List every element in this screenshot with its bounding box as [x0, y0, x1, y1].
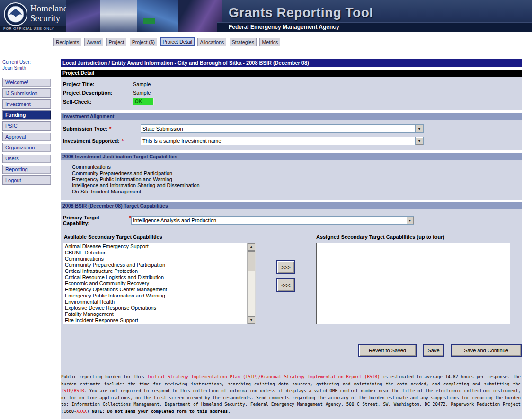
available-option[interactable]: Fatality Management — [63, 311, 247, 317]
sidebar-item-welcome[interactable]: Welcome! — [2, 78, 51, 87]
scrollbar-thumb[interactable] — [248, 251, 255, 271]
available-capabilities-options: Animal Disease Emergency Support CBRNE D… — [63, 244, 247, 324]
header-photo-collage — [66, 0, 222, 32]
investment-supported-select[interactable]: This is a sample investment name ▼ — [141, 137, 424, 145]
dual-list-area: Animal Disease Emergency Support CBRNE D… — [61, 242, 522, 324]
tab-allocations[interactable]: Allocations — [197, 38, 226, 46]
save-button[interactable]: Save — [423, 344, 444, 357]
fouo-label: FOR OFFICIAL USE ONLY — [3, 26, 54, 31]
sidebar-item-funding[interactable]: Funding — [2, 110, 51, 120]
available-option[interactable]: Emergency Public Information and Warning — [63, 293, 247, 299]
form-action-buttons: Revert to Saved Save Save and Continue — [61, 324, 522, 357]
sidebar-item-logout[interactable]: Logout — [2, 175, 51, 185]
scrollbar-down-icon[interactable]: ▼ — [248, 316, 255, 324]
sidebar-item-ij-submission[interactable]: IJ Submission — [2, 88, 51, 98]
available-option[interactable]: CBRNE Detection — [63, 250, 247, 256]
tab-metrics[interactable]: Metrics — [259, 38, 280, 46]
tab-recipients[interactable]: Recipients — [53, 38, 81, 46]
investment-alignment-panel: Submission Type: * State Submission ▼ In… — [61, 120, 522, 150]
investment-supported-label: Investment Supported: — [63, 138, 120, 144]
omb-number-redacted: XXXX — [77, 409, 87, 414]
do-not-send-note: NOTE: Do not send your completed form to… — [92, 409, 231, 414]
page-title-bar: Local Jurisdiction / Entity Award Inform… — [61, 59, 522, 67]
investment-alignment-header: Investment Alignment — [61, 113, 522, 120]
self-check-row: Self-Check: OK — [61, 97, 522, 106]
scrollbar-up-icon[interactable]: ▲ — [248, 243, 255, 251]
available-option[interactable]: Fire Incident Response Support — [63, 317, 247, 323]
save-and-continue-button[interactable]: Save and Continue — [451, 344, 522, 357]
submission-type-row: Submission Type: * State Submission ▼ — [61, 123, 522, 134]
investment-alignment-section: Investment Alignment Submission Type: * … — [61, 113, 522, 150]
tab-award[interactable]: Award — [84, 38, 103, 46]
investment-supported-value: This is a sample investment name — [141, 137, 415, 145]
submission-type-select[interactable]: State Submission ▼ — [141, 124, 424, 133]
dropdown-arrow-icon[interactable]: ▼ — [406, 217, 414, 224]
agency-name-line2: Security — [30, 13, 68, 23]
isip-bsir-link[interactable]: Initial Strategy Implementation Plan (IS… — [147, 375, 380, 379]
sidebar-item-approval[interactable]: Approval — [2, 132, 51, 141]
app-title: Grants Reporting Tool — [229, 5, 373, 20]
sidebar-item-psic[interactable]: PSIC — [2, 121, 51, 131]
sidebar: Current User: Jean Smith Welcome! IJ Sub… — [2, 60, 51, 186]
project-description-label: Project Description: — [63, 90, 133, 96]
available-option[interactable]: Explosive Device Response Operations — [63, 305, 247, 311]
ij-capability-item: Intelligence and Information Sharing and… — [72, 183, 522, 189]
available-option[interactable]: Animal Disease Emergency Support — [63, 244, 247, 250]
tab-project-dollars[interactable]: Project ($) — [130, 38, 157, 46]
app-subtitle-bar: Federal Emergency Management Agency — [217, 22, 532, 32]
project-title-label: Project Title: — [63, 81, 133, 87]
sidebar-item-users[interactable]: Users — [2, 154, 51, 163]
transfer-buttons: >>> <<< — [256, 243, 316, 324]
required-marker: * — [122, 138, 124, 144]
ij-target-capabilities-header: 2008 Investment Justification Target Cap… — [61, 153, 522, 160]
move-right-button[interactable]: >>> — [276, 260, 295, 274]
available-option[interactable]: Critical Resource Logistics and Distribu… — [63, 274, 247, 280]
available-option[interactable]: Emergency Operations Center Management — [63, 287, 247, 293]
revert-to-saved-button[interactable]: Revert to Saved — [358, 344, 417, 357]
tab-strategies[interactable]: Strategies — [230, 38, 257, 46]
project-description-value: Sample — [133, 90, 151, 96]
current-user: Current User: Jean Smith — [2, 60, 51, 71]
bsir-target-capabilities-section: 2008 BSIR (December 08) Target Capabilit… — [61, 202, 522, 419]
primary-capability-row: Primary Target Capability: * Intelligenc… — [61, 214, 522, 227]
sidebar-item-organization[interactable]: Organization — [2, 143, 51, 152]
agency-name-line1: Homeland — [30, 3, 68, 13]
assigned-capabilities-listbox[interactable] — [316, 243, 510, 324]
tab-project[interactable]: Project — [106, 38, 127, 46]
collage-photo-3 — [137, 0, 178, 32]
current-user-label: Current User: — [2, 60, 51, 65]
dropdown-arrow-icon[interactable]: ▼ — [415, 137, 423, 145]
sidebar-item-reporting[interactable]: Reporting — [2, 165, 51, 174]
available-option[interactable]: Communications — [63, 256, 247, 262]
available-option[interactable]: Economic and Community Recovery — [63, 280, 247, 287]
collage-photo-2 — [100, 0, 137, 32]
primary-capability-select[interactable]: Intelligence Analysis and Production ▼ — [131, 216, 414, 225]
available-option[interactable]: Environmental Health — [63, 299, 247, 305]
submission-type-value: State Submission — [141, 125, 415, 132]
available-option[interactable]: Community Preparedness and Participation — [63, 262, 247, 268]
agency-name: Homeland Security — [30, 3, 68, 23]
burden-text-4: ) — [87, 409, 92, 414]
move-left-button[interactable]: <<< — [276, 278, 295, 292]
investment-supported-row: Investment Supported: * This is a sample… — [61, 136, 522, 146]
tab-project-detail[interactable]: Project Detail — [160, 37, 195, 46]
collage-photo-1 — [66, 0, 100, 32]
isip-bsir-link-2[interactable]: ISIP/BSIR — [61, 388, 84, 393]
available-option[interactable]: Critical Infrastructure Protection — [63, 268, 247, 274]
burden-text-1: Public reporting burden for this — [61, 375, 147, 379]
current-user-name: Jean Smith — [2, 65, 51, 71]
available-capabilities-listbox[interactable]: Animal Disease Emergency Support CBRNE D… — [63, 243, 256, 324]
listbox-scrollbar[interactable]: ▲ ▼ — [247, 243, 255, 324]
primary-capability-label: Primary Target Capability: — [63, 215, 127, 226]
ij-target-capabilities-section: 2008 Investment Justification Target Cap… — [61, 153, 522, 200]
dropdown-arrow-icon[interactable]: ▼ — [415, 125, 423, 132]
app-header: Homeland Security FOR OFFICIAL USE ONLY … — [0, 0, 532, 32]
submission-type-label: Submission Type: — [63, 126, 107, 131]
sidebar-item-investment[interactable]: Investment — [2, 99, 51, 109]
ij-target-capabilities-list: Communications Community Preparedness an… — [61, 160, 522, 200]
ij-capability-item: Community Preparedness and Participation — [72, 170, 522, 176]
ij-capability-item: On-Site Incident Management — [72, 189, 522, 195]
available-capabilities-header: Available Secondary Target Capabilities — [64, 234, 316, 240]
paperwork-burden-notice: Public reporting burden for this Initial… — [61, 374, 522, 415]
main-content: Local Jurisdiction / Entity Award Inform… — [61, 59, 522, 419]
